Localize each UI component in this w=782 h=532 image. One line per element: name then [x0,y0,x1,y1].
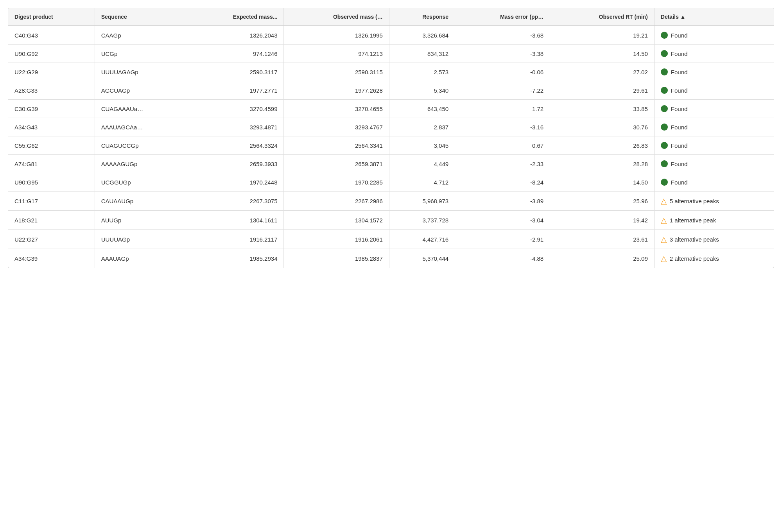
cell-observed-rt: 30.76 [550,118,655,136]
cell-sequence: AAAUAGCAa… [95,118,187,136]
cell-mass-error: -0.06 [455,63,550,81]
cell-sequence: AAAUAGp [95,249,187,268]
cell-observed-mass: 2590.3115 [284,63,389,81]
cell-details[interactable]: Found [654,155,774,173]
cell-sequence: AGCUAGp [95,81,187,100]
table-row: C30:G39CUAGAAAUa…3270.45993270.4655643,4… [8,100,774,118]
cell-digest-product: U90:G92 [8,45,95,63]
details-label: Found [671,179,688,186]
alternative-peaks-icon: △ [661,254,667,262]
cell-expected-mass: 1977.2771 [187,81,284,100]
cell-response: 3,045 [389,136,455,155]
cell-observed-mass: 1985.2837 [284,249,389,268]
col-header-response[interactable]: Response [389,8,455,26]
cell-response: 3,326,684 [389,26,455,45]
table-row: A34:G43AAAUAGCAa…3293.48713293.47672,837… [8,118,774,136]
cell-mass-error: -3.16 [455,118,550,136]
cell-details[interactable]: Found [654,100,774,118]
cell-observed-rt: 29.61 [550,81,655,100]
cell-response: 5,370,444 [389,249,455,268]
col-header-expected-mass[interactable]: Expected mass... [187,8,284,26]
table-row: A18:G21AUUGp1304.16111304.15723,737,728-… [8,211,774,230]
cell-response: 834,312 [389,45,455,63]
cell-sequence: CAUAAUGp [95,192,187,211]
cell-details[interactable]: Found [654,136,774,155]
cell-observed-mass: 1916.2061 [284,230,389,249]
cell-expected-mass: 974.1246 [187,45,284,63]
table-row: C55:G62CUAGUCCGp2564.33242564.33413,0450… [8,136,774,155]
cell-details[interactable]: Found [654,45,774,63]
cell-sequence: UUUUAGp [95,230,187,249]
table-row: U90:G95UCGGUGp1970.24481970.22854,712-8.… [8,173,774,192]
found-icon [661,68,668,75]
cell-response: 5,968,973 [389,192,455,211]
cell-details[interactable]: Found [654,63,774,81]
cell-mass-error: -3.04 [455,211,550,230]
cell-observed-rt: 33.85 [550,100,655,118]
cell-expected-mass: 1326.2043 [187,26,284,45]
cell-details[interactable]: Found [654,81,774,100]
cell-details[interactable]: △5 alternative peaks [654,192,774,211]
cell-expected-mass: 3293.4871 [187,118,284,136]
cell-response: 2,837 [389,118,455,136]
cell-sequence: UCGGUGp [95,173,187,192]
cell-observed-rt: 19.42 [550,211,655,230]
cell-digest-product: U22:G27 [8,230,95,249]
cell-digest-product: A18:G21 [8,211,95,230]
col-header-sequence[interactable]: Sequence [95,8,187,26]
cell-mass-error: -3.89 [455,192,550,211]
table-row: U22:G29UUUUAGAGp2590.31172590.31152,573-… [8,63,774,81]
cell-mass-error: -4.88 [455,249,550,268]
col-header-observed-mass[interactable]: Observed mass (… [284,8,389,26]
cell-details[interactable]: Found [654,118,774,136]
cell-response: 5,340 [389,81,455,100]
cell-digest-product: C30:G39 [8,100,95,118]
cell-sequence: UCGp [95,45,187,63]
found-icon [661,105,668,112]
cell-observed-mass: 1977.2628 [284,81,389,100]
details-label: Found [671,124,688,131]
data-table: Digest product Sequence Expected mass...… [8,8,774,268]
cell-sequence: AUUGp [95,211,187,230]
table-row: U90:G92UCGp974.1246974.1213834,312-3.381… [8,45,774,63]
cell-expected-mass: 1304.1611 [187,211,284,230]
details-label: 2 alternative peaks [670,255,719,262]
cell-mass-error: 1.72 [455,100,550,118]
cell-digest-product: A28:G33 [8,81,95,100]
cell-observed-mass: 974.1213 [284,45,389,63]
cell-observed-mass: 3293.4767 [284,118,389,136]
col-header-digest-product[interactable]: Digest product [8,8,95,26]
table-row: A28:G33AGCUAGp1977.27711977.26285,340-7.… [8,81,774,100]
details-label: 1 alternative peak [670,217,716,224]
cell-sequence: CUAGAAAUa… [95,100,187,118]
details-label: 3 alternative peaks [670,236,719,243]
cell-observed-rt: 23.61 [550,230,655,249]
cell-response: 2,573 [389,63,455,81]
found-icon [661,124,668,131]
col-header-details[interactable]: Details ▲ [654,8,774,26]
cell-sequence: CUAGUCCGp [95,136,187,155]
cell-mass-error: -8.24 [455,173,550,192]
cell-mass-error: 0.67 [455,136,550,155]
cell-digest-product: U90:G95 [8,173,95,192]
table-row: C40:G43CAAGp1326.20431326.19953,326,684-… [8,26,774,45]
cell-details[interactable]: △2 alternative peaks [654,249,774,268]
details-label: 5 alternative peaks [670,198,719,204]
cell-details[interactable]: Found [654,173,774,192]
cell-observed-rt: 26.83 [550,136,655,155]
col-header-observed-rt[interactable]: Observed RT (min) [550,8,655,26]
alternative-peaks-icon: △ [661,216,667,224]
cell-observed-rt: 14.50 [550,173,655,192]
cell-mass-error: -3.68 [455,26,550,45]
cell-mass-error: -2.91 [455,230,550,249]
col-header-mass-error[interactable]: Mass error (pp… [455,8,550,26]
cell-expected-mass: 2659.3933 [187,155,284,173]
cell-mass-error: -2.33 [455,155,550,173]
cell-observed-rt: 19.21 [550,26,655,45]
cell-details[interactable]: △1 alternative peak [654,211,774,230]
cell-details[interactable]: △3 alternative peaks [654,230,774,249]
details-label: Found [671,50,688,57]
found-icon [661,50,668,57]
cell-observed-rt: 14.50 [550,45,655,63]
cell-details[interactable]: Found [654,26,774,45]
